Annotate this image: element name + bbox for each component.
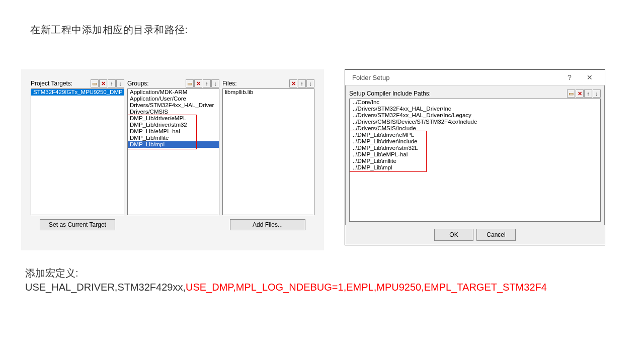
list-item[interactable]: ..\DMP_Lib\mpl bbox=[350, 164, 600, 171]
move-target-down-icon[interactable]: ↓ bbox=[116, 79, 124, 87]
list-item[interactable]: DMP_Lib/eMPL-hal bbox=[128, 128, 219, 135]
macro-part-red: USE_DMP,MPL_LOG_NDEBUG=1,EMPL,MPU9250,EM… bbox=[186, 282, 547, 293]
list-item[interactable]: Application/MDK-ARM bbox=[128, 89, 219, 96]
new-target-icon[interactable]: ▭ bbox=[91, 79, 99, 87]
ok-button[interactable]: OK bbox=[434, 229, 473, 241]
delete-target-icon[interactable]: ✕ bbox=[99, 79, 107, 87]
list-item[interactable]: DMP_Lib/mllite bbox=[128, 135, 219, 141]
move-path-down-icon[interactable]: ↓ bbox=[593, 89, 601, 98]
delete-file-icon[interactable]: ✕ bbox=[289, 79, 297, 87]
list-item[interactable]: ../Drivers/STM32F4xx_HAL_Driver/Inc bbox=[350, 106, 600, 112]
include-paths-label: Setup Compiler Include Paths: bbox=[349, 90, 567, 97]
list-item[interactable]: ..\DMP_Lib\mllite bbox=[350, 158, 600, 164]
add-files-button[interactable]: Add Files... bbox=[230, 219, 305, 230]
new-path-icon[interactable]: ▭ bbox=[567, 89, 575, 98]
list-item[interactable]: ../Drivers/CMSIS/Include bbox=[350, 125, 600, 132]
list-item[interactable]: ..\DMP_Lib\eMPL-hal bbox=[350, 151, 600, 158]
move-file-up-icon[interactable]: ↑ bbox=[298, 79, 306, 87]
list-item[interactable]: STM32F429IGTx_MPU9250_DMP bbox=[31, 89, 124, 96]
project-targets-column: Project Targets: ▭ ✕ ↑ ↓ STM32F429IGTx_M… bbox=[31, 79, 124, 215]
folder-setup-title: Folder Setup bbox=[352, 74, 389, 81]
list-item[interactable]: ../Core/Inc bbox=[350, 99, 600, 106]
files-list[interactable]: libmpllib.lib bbox=[222, 88, 314, 215]
instruction-add-paths: 在新工程中添加相应的目录和路径: bbox=[30, 23, 188, 37]
list-item[interactable]: DMP_Lib/driver/stm32 bbox=[128, 122, 219, 128]
groups-label: Groups: bbox=[127, 80, 185, 87]
list-item[interactable]: Drivers/CMSIS bbox=[128, 109, 219, 115]
list-item[interactable]: ../Drivers/STM32F4xx_HAL_Driver/Inc/Lega… bbox=[350, 112, 600, 119]
project-targets-list[interactable]: STM32F429IGTx_MPU9250_DMP bbox=[31, 88, 124, 215]
cancel-button[interactable]: Cancel bbox=[476, 229, 516, 241]
move-group-up-icon[interactable]: ↑ bbox=[203, 79, 211, 87]
folder-setup-titlebar: Folder Setup ? ✕ bbox=[345, 70, 605, 85]
include-paths-list[interactable]: ../Core/Inc../Drivers/STM32F4xx_HAL_Driv… bbox=[349, 99, 601, 222]
macro-part-black: USE_HAL_DRIVER,STM32F429xx, bbox=[25, 282, 186, 293]
list-item[interactable]: ../Drivers/CMSIS/Device/ST/STM32F4xx/Inc… bbox=[350, 119, 600, 125]
files-column: Files: ✕ ↑ ↓ libmpllib.lib bbox=[222, 79, 314, 215]
move-path-up-icon[interactable]: ↑ bbox=[584, 89, 592, 98]
list-item[interactable]: Drivers/STM32F4xx_HAL_Driver bbox=[128, 102, 219, 109]
list-item[interactable]: libmpllib.lib bbox=[223, 89, 314, 96]
move-group-down-icon[interactable]: ↓ bbox=[211, 79, 219, 87]
close-icon[interactable]: ✕ bbox=[580, 71, 600, 83]
list-item[interactable]: Application/User/Core bbox=[128, 96, 219, 102]
move-file-down-icon[interactable]: ↓ bbox=[306, 79, 314, 87]
set-current-target-button[interactable]: Set as Current Target bbox=[40, 219, 115, 230]
instruction-add-macro: 添加宏定义: bbox=[25, 266, 78, 280]
list-item[interactable]: ..\DMP_Lib\driver\include bbox=[350, 138, 600, 145]
groups-column: Groups: ▭ ✕ ↑ ↓ Application/MDK-ARMAppli… bbox=[127, 79, 219, 215]
folder-setup-dialog: Folder Setup ? ✕ Setup Compiler Include … bbox=[345, 69, 605, 245]
list-item[interactable]: DMP_Lib/mpl bbox=[128, 141, 219, 148]
list-item[interactable]: ..\DMP_Lib\driver\stm32L bbox=[350, 145, 600, 151]
list-item[interactable]: ..\DMP_Lib\driver\eMPL bbox=[350, 132, 600, 138]
delete-path-icon[interactable]: ✕ bbox=[576, 89, 584, 98]
help-icon[interactable]: ? bbox=[559, 71, 580, 83]
macro-definition-line: USE_HAL_DRIVER,STM32F429xx,USE_DMP,MPL_L… bbox=[25, 282, 547, 293]
manage-project-items-dialog: Project Targets: ▭ ✕ ↑ ↓ STM32F429IGTx_M… bbox=[21, 69, 324, 250]
project-targets-label: Project Targets: bbox=[31, 80, 90, 87]
new-group-icon[interactable]: ▭ bbox=[186, 79, 194, 87]
files-label: Files: bbox=[222, 80, 289, 87]
move-target-up-icon[interactable]: ↑ bbox=[108, 79, 116, 87]
delete-group-icon[interactable]: ✕ bbox=[194, 79, 202, 87]
list-item[interactable]: DMP_Lib/driver/eMPL bbox=[128, 115, 219, 122]
groups-list[interactable]: Application/MDK-ARMApplication/User/Core… bbox=[127, 88, 219, 215]
